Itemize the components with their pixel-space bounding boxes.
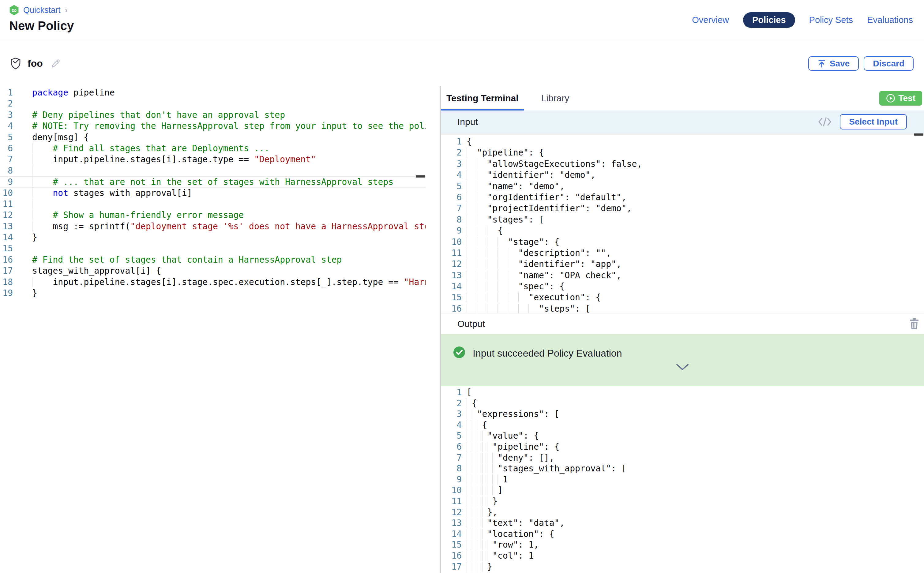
- line-number: 8: [441, 463, 462, 474]
- breadcrumb-project-link[interactable]: Quickstart: [23, 6, 61, 15]
- code-line[interactable]: 10 ]: [441, 485, 924, 496]
- nav-overview[interactable]: Overview: [692, 15, 729, 25]
- line-number: 11: [0, 199, 13, 210]
- code-line-text: "pipeline": {: [467, 147, 544, 158]
- code-line[interactable]: 1{: [441, 136, 924, 147]
- code-line-text: "spec": {: [467, 281, 565, 292]
- test-button[interactable]: Test: [879, 91, 922, 106]
- line-number: 9: [0, 177, 13, 187]
- code-line[interactable]: 4 {: [441, 420, 924, 431]
- code-line-text: msg := sprintf("deployment stage '%s' do…: [32, 221, 426, 232]
- line-number: 5: [0, 132, 13, 143]
- code-line[interactable]: 7 input.pipeline.stages[i].stage.type ==…: [0, 154, 426, 165]
- edit-pencil-icon[interactable]: [50, 58, 61, 69]
- code-line[interactable]: 3 "expressions": [: [441, 409, 924, 420]
- code-line[interactable]: 19}: [0, 288, 426, 299]
- code-line[interactable]: 7 "projectIdentifier": "demo",: [441, 203, 924, 214]
- code-line[interactable]: 6 "pipeline": {: [441, 441, 924, 452]
- trash-icon[interactable]: [909, 318, 920, 330]
- code-line[interactable]: 11: [0, 199, 426, 210]
- code-line[interactable]: 17 }: [441, 561, 924, 572]
- policy-toolbar: foo Save Discard: [0, 41, 924, 86]
- code-line[interactable]: 4 "identifier": "demo",: [441, 169, 924, 181]
- line-number: 3: [441, 158, 462, 169]
- code-line[interactable]: 16 "steps": [: [441, 303, 924, 313]
- tab-library[interactable]: Library: [536, 86, 575, 111]
- code-line[interactable]: 6 "orgIdentifier": "default",: [441, 192, 924, 203]
- code-line-text: }: [32, 232, 38, 243]
- code-line-text: # Show a human-friendly error message: [32, 210, 244, 221]
- code-line-text: "steps": [: [467, 303, 590, 313]
- top-nav: OverviewPoliciesPolicy SetsEvaluations: [692, 12, 913, 28]
- input-json-editor[interactable]: 1{2 "pipeline": {3 "allowStageExecutions…: [441, 133, 924, 313]
- code-line[interactable]: 17stages_with_approval[i] {: [0, 265, 426, 276]
- code-line[interactable]: 8 "stages_with_approval": [: [441, 463, 924, 474]
- line-number: 1: [0, 87, 13, 98]
- upload-arrow-icon: [818, 59, 826, 68]
- code-line[interactable]: 15 "row": 1,: [441, 539, 924, 550]
- discard-label: Discard: [873, 59, 904, 69]
- nav-policies[interactable]: Policies: [743, 12, 795, 28]
- code-line[interactable]: 9 1: [441, 474, 924, 485]
- code-line-text: "pipeline": {: [467, 441, 559, 452]
- code-line-text: "stages": [: [467, 214, 544, 225]
- code-line[interactable]: 12 # Show a human-friendly error message: [0, 210, 426, 221]
- code-line[interactable]: 3 "allowStageExecutions": false,: [441, 158, 924, 169]
- code-line[interactable]: 12 },: [441, 507, 924, 518]
- code-line[interactable]: 15 "execution": {: [441, 292, 924, 303]
- line-number: 7: [441, 452, 462, 463]
- code-line[interactable]: 5 "name": "demo",: [441, 181, 924, 192]
- discard-button[interactable]: Discard: [864, 56, 914, 71]
- code-line[interactable]: 2 {: [441, 398, 924, 409]
- code-line[interactable]: 13 "name": "OPA check",: [441, 270, 924, 281]
- code-line-text: deny[msg] {: [32, 132, 89, 143]
- success-check-icon: [453, 346, 465, 386]
- code-line[interactable]: 13 msg := sprintf("deployment stage '%s'…: [0, 221, 426, 232]
- code-line[interactable]: 1[: [441, 387, 924, 398]
- line-number: 6: [441, 441, 462, 452]
- code-line[interactable]: 1package pipeline: [0, 87, 426, 98]
- nav-policy-sets[interactable]: Policy Sets: [809, 15, 853, 25]
- save-button[interactable]: Save: [808, 56, 859, 71]
- tab-testing-terminal[interactable]: Testing Terminal: [441, 86, 524, 111]
- code-icon[interactable]: [818, 117, 832, 127]
- code-line[interactable]: 11 }: [441, 496, 924, 507]
- code-line[interactable]: 3# Deny pipelines that don't have an app…: [0, 110, 426, 121]
- code-line[interactable]: 2: [0, 98, 426, 109]
- code-line[interactable]: 6 # Find all stages that are Deployments…: [0, 143, 426, 154]
- code-line[interactable]: 12 "identifier": "app",: [441, 258, 924, 270]
- line-number: 12: [0, 210, 13, 221]
- code-line[interactable]: 14}: [0, 232, 426, 243]
- line-number: 3: [0, 110, 13, 121]
- infinity-glyph: ∞: [12, 7, 17, 14]
- code-line-text: # Find all stages that are Deployments .…: [32, 143, 269, 154]
- code-line[interactable]: 18 input.pipeline.stages[i].stage.spec.e…: [0, 277, 426, 288]
- code-line[interactable]: 5deny[msg] {: [0, 132, 426, 143]
- code-line[interactable]: 5 "value": {: [441, 431, 924, 441]
- code-line[interactable]: 14 "spec": {: [441, 281, 924, 292]
- code-line[interactable]: 14 "location": {: [441, 529, 924, 540]
- code-line[interactable]: 9 # ... that are not in the set of stage…: [0, 176, 426, 187]
- code-line[interactable]: 2 "pipeline": {: [441, 147, 924, 158]
- code-line[interactable]: 4# NOTE: Try removing the HarnessApprova…: [0, 121, 426, 132]
- line-number: 15: [441, 539, 462, 550]
- code-line[interactable]: 9 {: [441, 225, 924, 236]
- code-line[interactable]: 8: [0, 165, 426, 176]
- nav-evaluations[interactable]: Evaluations: [867, 15, 913, 25]
- code-line[interactable]: 10 "stage": {: [441, 236, 924, 247]
- line-number: 18: [0, 277, 13, 288]
- code-line[interactable]: 7 "deny": [],: [441, 452, 924, 463]
- chevron-down-icon[interactable]: [676, 363, 689, 371]
- code-line[interactable]: 13 "text": "data",: [441, 518, 924, 529]
- code-line[interactable]: 11 "description": "",: [441, 247, 924, 258]
- line-number: 7: [441, 203, 462, 214]
- code-line[interactable]: 16# Find the set of stages that contain …: [0, 254, 426, 265]
- code-line[interactable]: 16 "col": 1: [441, 550, 924, 561]
- code-line-text: "text": "data",: [467, 518, 565, 529]
- code-line[interactable]: 10 not stages_with_approval[i]: [0, 188, 426, 199]
- code-line[interactable]: 15: [0, 243, 426, 254]
- output-header: Output: [441, 313, 924, 334]
- select-input-button[interactable]: Select Input: [840, 114, 907, 130]
- policy-code-editor[interactable]: 1package pipeline23# Deny pipelines that…: [0, 86, 441, 573]
- code-line[interactable]: 8 "stages": [: [441, 214, 924, 225]
